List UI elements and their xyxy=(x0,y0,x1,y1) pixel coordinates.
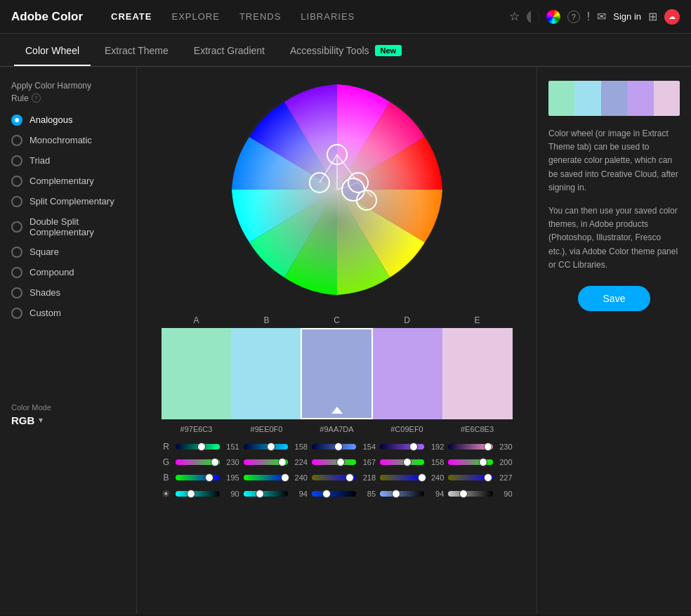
message-icon[interactable]: ✉ xyxy=(597,10,606,23)
rule-monochromatic[interactable]: Monochromatic xyxy=(11,135,125,146)
nav: CREATE EXPLORE TRENDS LIBRARIES xyxy=(111,11,509,22)
slider-r-row: R 151 158 xyxy=(162,442,513,452)
swatch-a[interactable] xyxy=(162,328,231,419)
radio-double-split[interactable] xyxy=(11,221,22,232)
nav-explore[interactable]: EXPLORE xyxy=(171,11,219,22)
slider-br[interactable] xyxy=(244,444,288,450)
slider-bb[interactable] xyxy=(244,475,288,480)
selected-triangle xyxy=(331,407,343,414)
new-badge: New xyxy=(375,45,402,56)
nav-libraries[interactable]: LIBRARIES xyxy=(301,11,355,22)
right-panel: Color wheel (or image in Extract Theme t… xyxy=(537,67,691,614)
val-ar: 151 xyxy=(223,443,239,451)
save-button[interactable]: Save xyxy=(578,286,651,311)
slider-cbrightness[interactable] xyxy=(312,491,356,497)
slider-cb[interactable] xyxy=(312,475,356,480)
tab-extract-gradient[interactable]: Extract Gradient xyxy=(183,34,276,66)
val-abrightness: 90 xyxy=(223,490,239,498)
slider-bg[interactable] xyxy=(244,459,288,465)
harmony-subtitle: Rule ? xyxy=(11,93,125,103)
radio-monochromatic[interactable] xyxy=(11,135,22,146)
hex-b[interactable]: #9EE0F0 xyxy=(232,425,302,433)
rule-custom[interactable]: Custom xyxy=(11,308,125,319)
channel-b-label: B xyxy=(162,473,171,483)
color-mode-label: Color Mode xyxy=(11,403,125,412)
palette-preview xyxy=(548,81,680,116)
hex-a[interactable]: #97E6C3 xyxy=(162,425,232,433)
color-wheel-icon[interactable] xyxy=(546,10,560,24)
grid-icon[interactable]: ⊞ xyxy=(648,10,657,23)
swatch-e[interactable] xyxy=(442,328,512,419)
color-mode-select[interactable]: RGB ▾ xyxy=(11,414,125,426)
harmony-title: Apply Color Harmony xyxy=(11,81,125,92)
alert-icon[interactable]: ! xyxy=(587,11,590,23)
slider-abrightness[interactable] xyxy=(176,491,220,497)
radio-triad[interactable] xyxy=(11,155,22,166)
rule-complementary[interactable]: Complementary xyxy=(11,176,125,187)
slider-dbrightness[interactable] xyxy=(380,491,424,497)
slider-ab[interactable] xyxy=(176,475,220,480)
slider-dg[interactable] xyxy=(380,459,424,465)
slider-g-row: G 230 224 167 xyxy=(162,457,513,467)
swatch-d[interactable] xyxy=(373,328,442,419)
radio-split-complementary[interactable] xyxy=(11,196,22,207)
chevron-down-icon: ▾ xyxy=(39,415,43,425)
val-dg: 158 xyxy=(427,458,444,466)
rule-triad[interactable]: Triad xyxy=(11,155,125,166)
radio-compound[interactable] xyxy=(11,267,22,278)
radio-custom[interactable] xyxy=(11,308,22,319)
tab-color-wheel[interactable]: Color Wheel xyxy=(14,34,91,66)
radio-complementary[interactable] xyxy=(11,176,22,187)
slider-ar[interactable] xyxy=(176,444,220,450)
hex-e[interactable]: #E6C8E3 xyxy=(442,425,513,433)
rule-double-split[interactable]: Double Split Complementary xyxy=(11,216,125,237)
nav-create[interactable]: CREATE xyxy=(111,11,152,22)
rule-analogous[interactable]: Analogous xyxy=(11,114,125,126)
tab-extract-theme[interactable]: Extract Theme xyxy=(93,34,180,66)
slider-er[interactable] xyxy=(448,444,492,450)
palette-swatch-4 xyxy=(627,81,653,116)
slider-ebrightness[interactable] xyxy=(448,491,492,497)
header-actions: ☆ ? ! ✉ Sign in ⊞ ☁ xyxy=(509,9,680,25)
slider-dr[interactable] xyxy=(380,444,424,450)
nav-trends[interactable]: TRENDS xyxy=(239,11,281,22)
val-ab: 195 xyxy=(223,473,239,482)
hex-values: #97E6C3 #9EE0F0 #9AA7DA #C09EF0 #E6C8E3 xyxy=(162,425,513,433)
slider-ag[interactable] xyxy=(176,459,220,465)
swatch-c[interactable] xyxy=(301,328,373,419)
slider-eb[interactable] xyxy=(448,475,492,480)
radio-shades[interactable] xyxy=(11,287,22,299)
panel-description-1: Color wheel (or image in Extract Theme t… xyxy=(548,127,680,195)
star-icon[interactable]: ☆ xyxy=(509,9,520,24)
slider-db[interactable] xyxy=(380,475,424,480)
slider-cr[interactable] xyxy=(312,444,356,450)
rule-shades[interactable]: Shades xyxy=(11,287,125,299)
cloud-icon[interactable]: ☁ xyxy=(664,9,680,25)
color-wheel-svg xyxy=(228,81,446,299)
color-wheel[interactable] xyxy=(228,81,446,299)
val-bg: 224 xyxy=(291,458,308,466)
val-dbrightness: 94 xyxy=(427,490,444,498)
slider-cg[interactable] xyxy=(312,459,356,465)
moon-icon[interactable] xyxy=(527,11,539,23)
palette-swatch-1 xyxy=(548,81,574,116)
help-circle-icon[interactable]: ? xyxy=(32,93,41,103)
hex-d[interactable]: #C09EF0 xyxy=(372,425,442,433)
slider-b-row: B 195 240 218 xyxy=(162,473,513,483)
rule-square[interactable]: Square xyxy=(11,247,125,258)
radio-analogous[interactable] xyxy=(11,114,22,126)
rule-split-complementary[interactable]: Split Complementary xyxy=(11,196,125,207)
swatch-b[interactable] xyxy=(231,328,301,419)
val-dr: 192 xyxy=(427,443,444,451)
radio-square[interactable] xyxy=(11,247,22,258)
signin-button[interactable]: Sign in xyxy=(613,11,641,22)
rule-compound[interactable]: Compound xyxy=(11,267,125,278)
val-cr: 154 xyxy=(359,443,376,451)
help-icon[interactable]: ? xyxy=(567,11,580,23)
val-eb: 227 xyxy=(496,473,513,482)
slider-bbrightness[interactable] xyxy=(244,491,288,497)
val-bbrightness: 94 xyxy=(291,490,308,498)
tab-accessibility[interactable]: Accessibility Tools New xyxy=(279,34,413,66)
hex-c[interactable]: #9AA7DA xyxy=(302,425,372,433)
slider-eg[interactable] xyxy=(448,459,492,465)
